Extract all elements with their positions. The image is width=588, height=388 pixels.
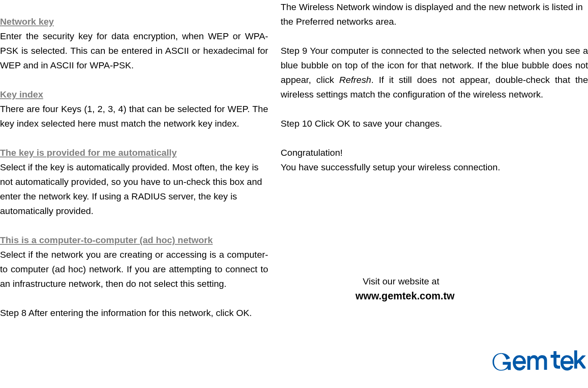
para-auto-key: Select if the key is automatically provi…: [0, 160, 268, 218]
footer-block: Visit our website at www.gemtek.com.tw: [363, 274, 455, 303]
success-text: You have successfully setup your wireles…: [281, 160, 588, 175]
step8: Step 8 After entering the information fo…: [0, 306, 268, 320]
congratulation: Congratulation!: [281, 146, 588, 160]
step9-refresh-word: Refresh: [339, 75, 371, 85]
para-key-index: There are four Keys (1, 2, 3, 4) that ca…: [0, 102, 268, 131]
website-url: www.gemtek.com.tw: [355, 289, 455, 303]
left-column: Network key Enter the security key for d…: [0, 0, 268, 320]
para-preferred: The Wireless Network window is displayed…: [281, 0, 588, 29]
heading-adhoc: This is a computer-to-computer (ad hoc) …: [0, 233, 268, 248]
heading-network-key: Network key: [0, 15, 268, 29]
visit-text: Visit our website at: [363, 274, 455, 289]
heading-auto-key: The key is provided for me automatically: [0, 146, 268, 160]
gemtek-logo: [493, 349, 586, 374]
heading-key-index: Key index: [0, 87, 268, 102]
right-column: The Wireless Network window is displayed…: [281, 0, 588, 175]
page: { "left": { "h_network_key": "Network ke…: [0, 0, 588, 388]
step10: Step 10 Click OK to save your changes.: [281, 117, 588, 131]
step9: Step 9 Your computer is connected to the…: [281, 44, 588, 102]
para-network-key: Enter the security key for data encrypti…: [0, 29, 268, 73]
para-adhoc: Select if the network you are creating o…: [0, 248, 268, 291]
